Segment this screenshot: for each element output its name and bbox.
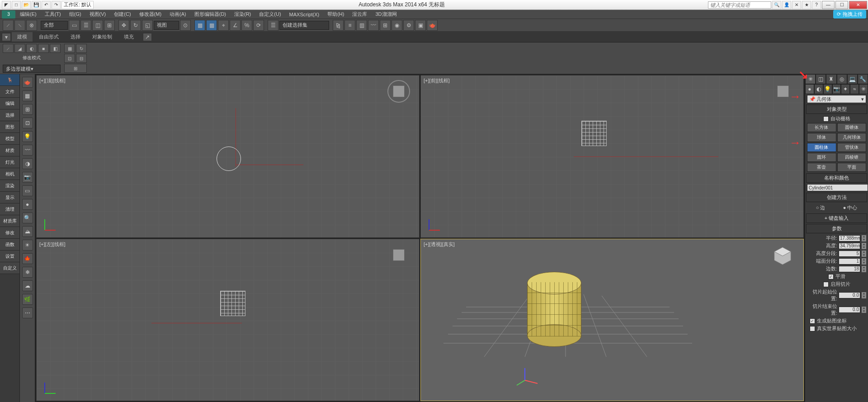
radio-edge[interactable]: ○ 边 <box>816 204 826 211</box>
move-icon[interactable]: ✥ <box>118 20 129 31</box>
sun-icon[interactable]: ☀ <box>22 240 33 251</box>
create-tab-icon[interactable]: ✳ <box>805 74 816 84</box>
object-name-input[interactable] <box>807 184 868 191</box>
sub-vertex-icon[interactable]: ⟋ <box>3 44 14 53</box>
save-icon[interactable]: 💾 <box>32 1 41 9</box>
btn-geosphere[interactable]: 几何球体 <box>837 133 867 142</box>
menu-rendering[interactable]: 渲染(R) <box>231 10 255 19</box>
space-subtab-icon[interactable]: ≈ <box>850 84 859 94</box>
leftbar-customize[interactable]: 自定义 <box>0 262 19 274</box>
helpers-subtab-icon[interactable]: ✦ <box>841 84 850 94</box>
undo-icon[interactable]: ↶ <box>42 1 51 9</box>
cseg-spinner[interactable]: 1 <box>839 258 860 265</box>
menu-modifiers[interactable]: 修改器(M) <box>136 10 165 19</box>
menu-grapheditors[interactable]: 图形编辑器(D) <box>191 10 230 19</box>
select-name-icon[interactable]: ☰ <box>80 20 91 31</box>
named-selection-dropdown[interactable]: 创建选择集 <box>279 21 329 30</box>
open-icon[interactable]: 📂 <box>22 1 31 9</box>
favorite-icon[interactable]: ★ <box>802 1 811 9</box>
ribbon-tab-freeform[interactable]: 自由形式 <box>33 32 64 42</box>
height-spinner[interactable]: 34.759mm <box>839 243 860 249</box>
viewport-front[interactable]: [+][前][线框] <box>420 75 804 238</box>
menu-tools[interactable]: 工具(T) <box>41 10 65 19</box>
motion-tab-icon[interactable]: ◎ <box>837 74 847 84</box>
viewport-left[interactable]: [+][左][线框] <box>36 239 420 402</box>
leftbar-shape[interactable]: 图形 <box>0 121 19 133</box>
rollout-create-method[interactable]: 创建方法 <box>806 193 867 202</box>
signin-icon[interactable]: 👤 <box>782 1 791 9</box>
genuv-checkbox[interactable]: ✓ <box>810 318 815 324</box>
btn-torus[interactable]: 圆环 <box>807 153 836 162</box>
radio-center[interactable]: ● 中心 <box>843 204 858 211</box>
rollout-name-color[interactable]: 名称和颜色 <box>806 173 867 183</box>
render-icon[interactable]: 🫖 <box>427 20 438 31</box>
cloud-icon[interactable]: ☁ <box>22 280 33 291</box>
sphere-icon[interactable]: ● <box>22 199 33 210</box>
minimize-button[interactable]: — <box>822 1 835 9</box>
search-icon[interactable]: 🔍 <box>772 1 781 9</box>
search2-icon[interactable]: 🔍 <box>22 213 33 223</box>
bind-icon[interactable]: ⊗ <box>26 20 37 31</box>
help-search-input[interactable] <box>708 1 771 9</box>
moon-icon[interactable]: ◑ <box>22 158 33 169</box>
unlink-icon[interactable]: ⟍ <box>14 20 25 31</box>
menu-animation[interactable]: 动画(A) <box>166 10 190 19</box>
leaf-icon[interactable]: 🍁 <box>22 253 33 264</box>
menu-views[interactable]: 视图(V) <box>86 10 110 19</box>
drag-upload-button[interactable]: ⟳拖拽上传 <box>833 10 866 19</box>
align-icon[interactable]: ≡ <box>344 20 355 31</box>
sub-edge-icon[interactable]: ◢ <box>14 44 25 53</box>
ribbon-tab-selection[interactable]: 选择 <box>65 32 86 42</box>
box-icon[interactable]: ⊡ <box>22 118 33 128</box>
spinner-arrows-icon[interactable]: ▲▼ <box>862 243 866 249</box>
radius-spinner[interactable]: 17.388mm <box>839 235 860 241</box>
btn-tube[interactable]: 管状体 <box>837 143 867 152</box>
spinner-arrows-icon[interactable]: ▲▼ <box>862 292 866 298</box>
leftbar-modify[interactable]: 修改 <box>0 227 19 239</box>
geometry-subtab-icon[interactable]: ● <box>805 84 814 94</box>
teapot-icon[interactable]: 🫖 <box>22 77 33 88</box>
percent-snap-icon[interactable]: % <box>241 20 252 31</box>
menu-cloud[interactable]: 渲云库 <box>349 10 371 19</box>
snow-icon[interactable]: ❄ <box>22 267 33 278</box>
slice-to-spinner[interactable]: 0.0 <box>839 307 860 313</box>
leftbar-material[interactable]: 材质 <box>0 145 19 156</box>
render-setup-icon[interactable]: ⚙ <box>403 20 414 31</box>
app-logo-icon[interactable]: 3 <box>2 10 15 19</box>
leftbar-matlib[interactable]: 材质库 <box>0 215 19 227</box>
ribbon-more-icon[interactable]: ↗ <box>143 33 152 41</box>
btn-teapot[interactable]: 茶壶 <box>807 163 836 172</box>
leftbar-logo-icon[interactable]: 🦌 <box>0 74 19 86</box>
slice-checkbox[interactable] <box>823 282 829 287</box>
refcoord-dropdown[interactable]: 视图 <box>154 21 179 30</box>
rock-icon[interactable]: ⛰ <box>22 226 33 237</box>
rollout-kb-entry[interactable]: + 键盘输入 <box>806 213 867 223</box>
cam2-icon[interactable]: ▭ <box>22 185 33 196</box>
leftbar-function[interactable]: 函数 <box>0 239 19 251</box>
sub-border-icon[interactable]: ◐ <box>26 44 37 53</box>
menu-maxscript[interactable]: MAXScript(X) <box>286 11 323 18</box>
cam-icon[interactable]: 📷 <box>22 172 33 183</box>
btn-pyramid[interactable]: 四棱锥 <box>837 153 867 162</box>
viewcube-left[interactable] <box>387 244 410 266</box>
more-icon[interactable]: ⋯ <box>22 307 33 318</box>
mat-icon[interactable]: ▦ <box>22 90 33 101</box>
viewport-perspective[interactable]: [+][透视][真实] <box>420 239 804 402</box>
sides-spinner[interactable]: 18 <box>839 266 860 272</box>
rendered-frame-icon[interactable]: ▣ <box>415 20 426 31</box>
close-button[interactable]: ✕ <box>849 1 867 9</box>
light-icon[interactable]: 💡 <box>22 131 33 142</box>
keyboard-shortcut-icon[interactable]: ▦ <box>206 20 217 31</box>
material-editor-icon[interactable]: ◉ <box>392 20 402 31</box>
spline-icon[interactable]: 〰 <box>22 145 33 156</box>
rotate-icon[interactable]: ↻ <box>130 20 141 31</box>
autogrid-checkbox[interactable] <box>823 116 829 122</box>
hseg-spinner[interactable]: 5 <box>839 251 860 257</box>
leftbar-edit[interactable]: 编辑 <box>0 98 19 109</box>
rollout-object-type[interactable]: 对象类型 <box>806 104 867 114</box>
ribbon-toggle-icon[interactable]: ▾ <box>2 33 11 41</box>
menu-help[interactable]: 帮助(H) <box>324 10 348 19</box>
leftbar-display[interactable]: 显示 <box>0 192 19 203</box>
btn-cylinder[interactable]: 圆柱体 <box>807 143 836 152</box>
menu-group[interactable]: 组(G) <box>66 10 85 19</box>
